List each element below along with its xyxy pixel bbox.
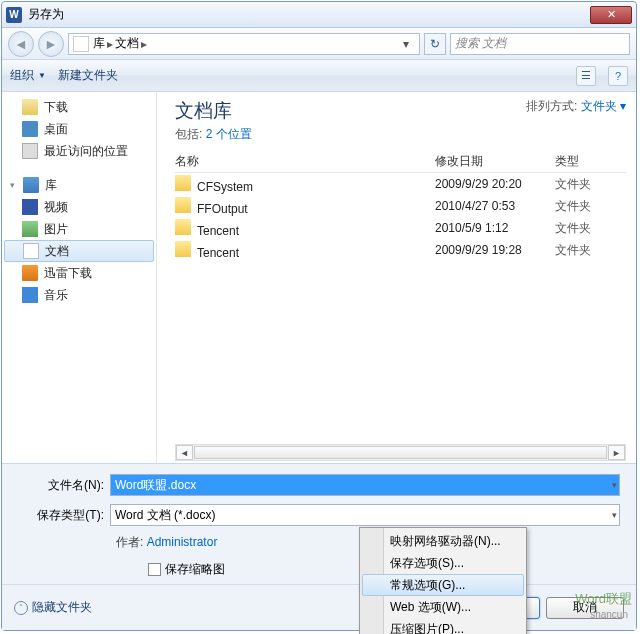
sidebar-item-video[interactable]: 视频: [2, 196, 156, 218]
file-type: 文件夹: [555, 176, 626, 193]
organize-label: 组织: [10, 67, 34, 84]
breadcrumb-seg[interactable]: 库: [93, 35, 105, 52]
filetype-label: 保存类型(T):: [18, 507, 110, 524]
library-title: 文档库: [175, 98, 252, 124]
folder-icon: [175, 175, 191, 191]
sort-dropdown[interactable]: 文件夹 ▾: [581, 99, 626, 113]
file-date: 2009/9/29 19:28: [435, 243, 555, 257]
back-button[interactable]: ◄: [8, 31, 34, 57]
menu-item[interactable]: 映射网络驱动器(N)...: [362, 530, 524, 552]
close-button[interactable]: ✕: [590, 6, 632, 24]
sidebar-item-music[interactable]: 音乐: [2, 284, 156, 306]
file-date: 2010/4/27 0:53: [435, 199, 555, 213]
lib-locations-link[interactable]: 2 个位置: [206, 127, 252, 141]
chevron-up-icon: ˄: [14, 601, 28, 615]
menu-item[interactable]: 保存选项(S)...: [362, 552, 524, 574]
sort-value: 文件夹: [581, 99, 617, 113]
thumbnail-checkbox[interactable]: [148, 563, 161, 576]
file-name: FFOutput: [197, 202, 248, 216]
chevron-down-icon[interactable]: ▾: [612, 510, 617, 520]
main-pane: 文档库 包括: 2 个位置 排列方式: 文件夹 ▾ 名称 修改日期 类型 CFS…: [157, 92, 636, 463]
sidebar: 下载 桌面 最近访问的位置 ▾库 视频 图片 文档 迅雷下载 音乐: [2, 92, 157, 463]
chevron-down-icon[interactable]: ▾: [612, 480, 617, 490]
col-date[interactable]: 修改日期: [435, 153, 555, 170]
scroll-thumb[interactable]: [194, 446, 607, 459]
library-subtitle: 包括: 2 个位置: [175, 126, 252, 143]
refresh-button[interactable]: ↻: [424, 33, 446, 55]
table-row[interactable]: FFOutput2010/4/27 0:53文件夹: [175, 195, 626, 217]
addr-dropdown-icon[interactable]: ▾: [397, 37, 415, 51]
xunlei-icon: [22, 265, 38, 281]
help-button[interactable]: ?: [608, 66, 628, 86]
toolbar: 组织 ▼ 新建文件夹 ☰ ?: [2, 60, 636, 92]
view-button[interactable]: ☰: [576, 66, 596, 86]
cancel-button[interactable]: 取消: [546, 597, 624, 619]
sidebar-item-library[interactable]: ▾库: [2, 174, 156, 196]
folder-icon: [175, 197, 191, 213]
file-type: 文件夹: [555, 198, 626, 215]
chevron-right-icon: ▸: [107, 37, 113, 51]
doc-icon: [73, 36, 89, 52]
breadcrumb-seg[interactable]: 文档: [115, 35, 139, 52]
sidebar-item-desktop[interactable]: 桌面: [2, 118, 156, 140]
sidebar-item-label: 图片: [44, 221, 68, 238]
pictures-icon: [22, 221, 38, 237]
filename-input[interactable]: [111, 475, 619, 495]
video-icon: [22, 199, 38, 215]
file-date: 2010/5/9 1:12: [435, 221, 555, 235]
button-row: ˄ 隐藏文件夹 工具(L) ▼ 保存(S) 取消: [2, 584, 636, 630]
horizontal-scrollbar[interactable]: ◄ ►: [175, 444, 626, 461]
new-folder-button[interactable]: 新建文件夹: [58, 67, 118, 84]
sidebar-item-downloads[interactable]: 下载: [2, 96, 156, 118]
search-input[interactable]: 搜索 文档: [450, 33, 630, 55]
filetype-value: Word 文档 (*.docx): [115, 507, 215, 524]
filename-label: 文件名(N):: [18, 477, 110, 494]
col-type[interactable]: 类型: [555, 153, 626, 170]
menu-item[interactable]: 压缩图片(P)...: [362, 618, 524, 634]
col-name[interactable]: 名称: [175, 153, 435, 170]
sidebar-item-recent[interactable]: 最近访问的位置: [2, 140, 156, 162]
nav-bar: ◄ ► 库 ▸ 文档 ▸ ▾ ↻ 搜索 文档: [2, 28, 636, 60]
thumbnail-label: 保存缩略图: [165, 561, 225, 578]
file-date: 2009/9/29 20:20: [435, 177, 555, 191]
menu-item[interactable]: 常规选项(G)...: [362, 574, 524, 596]
word-icon: W: [6, 7, 22, 23]
search-placeholder: 搜索 文档: [455, 35, 506, 52]
file-name: Tencent: [197, 246, 239, 260]
window-title: 另存为: [28, 6, 590, 23]
sidebar-item-label: 迅雷下载: [44, 265, 92, 282]
address-bar[interactable]: 库 ▸ 文档 ▸ ▾: [68, 33, 420, 55]
hide-folders-label: 隐藏文件夹: [32, 599, 92, 616]
scroll-left-icon[interactable]: ◄: [176, 445, 193, 460]
lib-sub-pre: 包括:: [175, 127, 206, 141]
sidebar-item-xunlei[interactable]: 迅雷下载: [2, 262, 156, 284]
sidebar-item-label: 文档: [45, 243, 69, 260]
folder-icon: [175, 219, 191, 235]
file-name: CFSystem: [197, 180, 253, 194]
author-label: 作者:: [116, 535, 143, 549]
hide-folders-button[interactable]: ˄ 隐藏文件夹: [14, 599, 92, 616]
sidebar-item-pictures[interactable]: 图片: [2, 218, 156, 240]
form-area: 文件名(N): ▾ 保存类型(T): Word 文档 (*.docx) ▾ 作者…: [2, 464, 636, 584]
sidebar-item-label: 桌面: [44, 121, 68, 138]
table-row[interactable]: Tencent2010/5/9 1:12文件夹: [175, 217, 626, 239]
scroll-right-icon[interactable]: ►: [608, 445, 625, 460]
filename-field[interactable]: ▾: [110, 474, 620, 496]
author-value[interactable]: Administrator: [147, 535, 218, 549]
expand-icon: ▾: [10, 180, 15, 190]
organize-button[interactable]: 组织 ▼: [10, 67, 46, 84]
filetype-dropdown[interactable]: Word 文档 (*.docx) ▾: [110, 504, 620, 526]
sidebar-item-label: 音乐: [44, 287, 68, 304]
documents-icon: [23, 243, 39, 259]
table-row[interactable]: Tencent2009/9/29 19:28文件夹: [175, 239, 626, 261]
table-row[interactable]: CFSystem2009/9/29 20:20文件夹: [175, 173, 626, 195]
tools-menu: 映射网络驱动器(N)...保存选项(S)...常规选项(G)...Web 选项(…: [359, 527, 527, 634]
recent-icon: [22, 143, 38, 159]
menu-item[interactable]: Web 选项(W)...: [362, 596, 524, 618]
file-type: 文件夹: [555, 242, 626, 259]
forward-button[interactable]: ►: [38, 31, 64, 57]
sort-label: 排列方式:: [526, 99, 577, 113]
sidebar-item-documents[interactable]: 文档: [4, 240, 154, 262]
folder-icon: [175, 241, 191, 257]
chevron-down-icon: ▼: [38, 71, 46, 80]
